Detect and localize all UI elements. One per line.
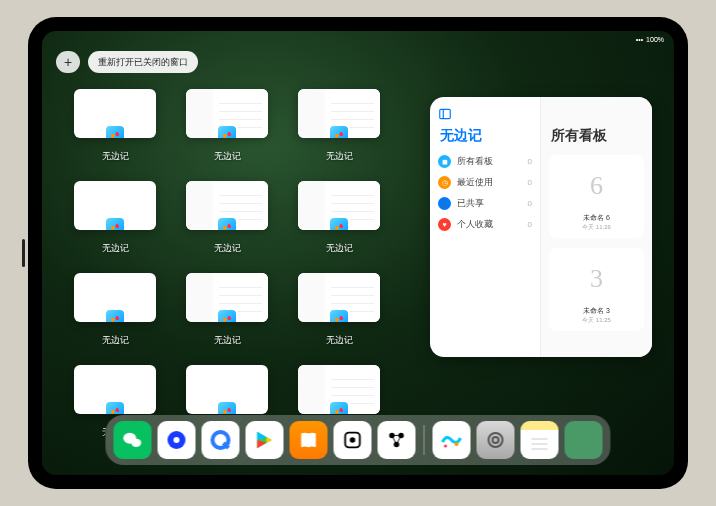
window-tile[interactable]: 无边记: [298, 89, 380, 163]
freeform-app-icon: [104, 400, 126, 414]
panel-content: 所有看板 6 未命名 6 今天 11:26 3 未命名 3 今天 11:25: [541, 97, 652, 357]
panel-toolbar: [438, 105, 532, 123]
svg-point-19: [493, 437, 499, 443]
window-label: 无边记: [102, 150, 129, 163]
side-button: [22, 239, 25, 267]
all-boards-icon: ◼: [438, 155, 451, 168]
board-date: 今天 11:26: [555, 223, 638, 232]
window-label: 无边记: [214, 150, 241, 163]
category-count: 0: [528, 178, 532, 187]
freeform-app-icon: [328, 308, 350, 322]
freeform-app-icon: [104, 308, 126, 322]
window-tile[interactable]: 无边记: [74, 273, 156, 347]
window-label: 无边记: [326, 334, 353, 347]
dock-app-play[interactable]: [246, 421, 284, 459]
screen: ••• 100% + 重新打开已关闭的窗口 无边记 无边记 无边记: [42, 31, 674, 475]
window-tile[interactable]: 无边记: [74, 181, 156, 255]
dock-app-dice[interactable]: [334, 421, 372, 459]
board-thumb: 6: [555, 161, 638, 211]
wechat-icon: [122, 429, 144, 451]
dock-app-notes[interactable]: [521, 421, 559, 459]
dock-app-books[interactable]: [290, 421, 328, 459]
play-icon: [254, 429, 276, 451]
panel-right-title: 所有看板: [551, 127, 644, 145]
dock-app-quark[interactable]: [158, 421, 196, 459]
window-tile[interactable]: 无边记: [74, 89, 156, 163]
window-label: 无边记: [214, 334, 241, 347]
panel-sidebar: 无边记 ◼ 所有看板 0 ◷ 最近使用 0 👤 已共享: [430, 97, 541, 357]
category-item-recent[interactable]: ◷ 最近使用 0: [438, 176, 532, 189]
top-controls: + 重新打开已关闭的窗口: [56, 51, 198, 73]
board-name: 未命名 6: [555, 213, 638, 223]
category-count: 0: [528, 157, 532, 166]
board-card[interactable]: 3 未命名 3 今天 11:25: [549, 248, 644, 331]
gear-icon: [484, 428, 508, 452]
dock-separator: [424, 425, 425, 455]
heart-icon: ♥: [438, 218, 451, 231]
category-count: 0: [528, 199, 532, 208]
add-window-button[interactable]: +: [56, 51, 80, 73]
dock-app-wechat[interactable]: [114, 421, 152, 459]
svg-point-9: [351, 438, 355, 442]
battery-text: 100%: [646, 36, 664, 43]
category-list: ◼ 所有看板 0 ◷ 最近使用 0 👤 已共享 0: [438, 155, 532, 231]
window-tile[interactable]: 无边记: [186, 273, 268, 347]
freeform-icon: [440, 428, 464, 452]
window-label: 无边记: [102, 334, 129, 347]
recent-icon: ◷: [438, 176, 451, 189]
svg-rect-0: [440, 109, 451, 118]
board-name: 未命名 3: [555, 306, 638, 316]
window-label: 无边记: [326, 242, 353, 255]
wifi-icon: •••: [636, 36, 643, 43]
category-item-shared[interactable]: 👤 已共享 0: [438, 197, 532, 210]
notes-icon: [530, 437, 550, 451]
shared-icon: 👤: [438, 197, 451, 210]
dock-app-browser[interactable]: [202, 421, 240, 459]
category-count: 0: [528, 220, 532, 229]
dock-app-library[interactable]: [565, 421, 603, 459]
freeform-app-icon: [216, 216, 238, 230]
nodes-icon: [386, 429, 408, 451]
freeform-app-icon: [328, 216, 350, 230]
dice-icon: [342, 429, 364, 451]
dock-app-settings[interactable]: [477, 421, 515, 459]
category-label: 已共享: [457, 197, 484, 210]
window-tile[interactable]: 无边记: [186, 89, 268, 163]
category-item-fav[interactable]: ♥ 个人收藏 0: [438, 218, 532, 231]
svg-point-18: [489, 433, 503, 447]
board-date: 今天 11:25: [555, 316, 638, 325]
freeform-app-icon: [328, 124, 350, 138]
circle-icon: [165, 428, 189, 452]
sidebar-icon[interactable]: [438, 107, 452, 121]
category-item-all[interactable]: ◼ 所有看板 0: [438, 155, 532, 168]
svg-point-12: [394, 442, 400, 448]
svg-point-17: [444, 445, 447, 448]
window-label: 无边记: [326, 150, 353, 163]
q-icon: [209, 428, 233, 452]
category-label: 所有看板: [457, 155, 493, 168]
freeform-app-icon: [104, 216, 126, 230]
window-tile[interactable]: 无边记: [186, 181, 268, 255]
dock-app-connect[interactable]: [378, 421, 416, 459]
panel-left-title: 无边记: [440, 127, 532, 145]
svg-point-3: [131, 439, 141, 447]
window-tile[interactable]: 无边记: [298, 273, 380, 347]
freeform-app-icon: [216, 308, 238, 322]
app-expose-grid: 无边记 无边记 无边记 无边记 无边记 无边记: [74, 89, 380, 439]
board-card[interactable]: 6 未命名 6 今天 11:26: [549, 155, 644, 238]
reopen-closed-window-button[interactable]: 重新打开已关闭的窗口: [88, 51, 198, 73]
freeform-app-icon: [104, 124, 126, 138]
slide-over-panel[interactable]: ••• 无边记 ◼ 所有看板 0 ◷ 最近使用 0: [430, 97, 652, 357]
svg-point-16: [455, 442, 459, 446]
freeform-app-icon: [216, 400, 238, 414]
dock-app-freeform[interactable]: [433, 421, 471, 459]
window-label: 无边记: [214, 242, 241, 255]
status-bar: ••• 100%: [42, 31, 674, 45]
category-label: 个人收藏: [457, 218, 493, 231]
dock: [106, 415, 611, 465]
freeform-app-icon: [328, 400, 350, 414]
book-icon: [298, 429, 320, 451]
window-tile[interactable]: 无边记: [298, 181, 380, 255]
freeform-app-icon: [216, 124, 238, 138]
svg-point-5: [174, 437, 180, 443]
